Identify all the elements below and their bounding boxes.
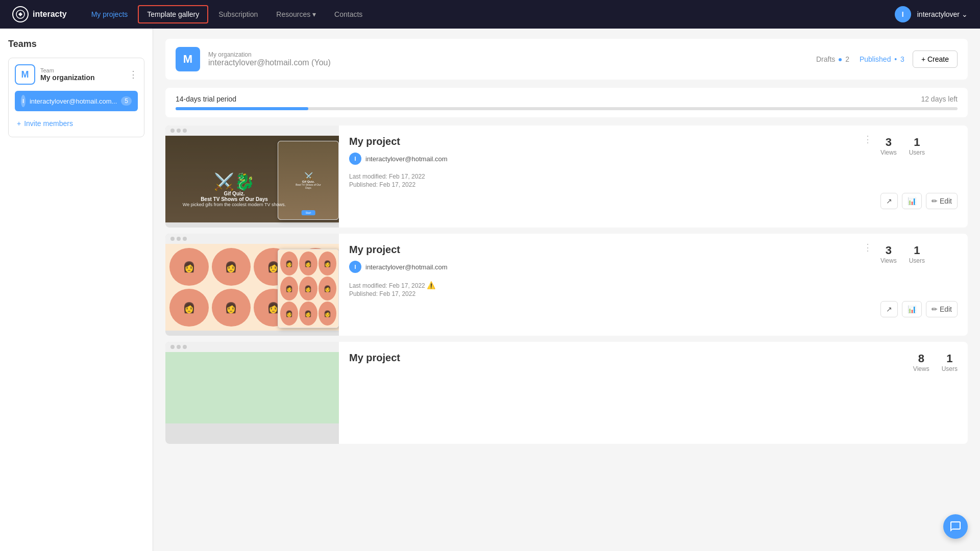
views-stat-3: 8 Views <box>913 352 929 372</box>
nav-links: My projects Template gallery Subscriptio… <box>83 5 895 23</box>
project-stats-3: 8 Views 1 Users <box>913 342 968 372</box>
project-menu-icon-2[interactable]: ⋮ <box>863 242 872 253</box>
edit-button[interactable]: ✏ Edit <box>926 193 958 209</box>
author-avatar-2: I <box>349 261 361 273</box>
invite-members-button[interactable]: + Invite members <box>15 116 138 131</box>
user-avatar: I <box>895 6 911 22</box>
org-info: My organization interactylover@hotmail.c… <box>208 51 808 67</box>
users-stat-3: 1 Users <box>942 352 958 372</box>
views-count-2: 3 <box>880 244 897 257</box>
team-name: My organization <box>40 73 95 82</box>
stats-button[interactable]: 📊 <box>902 193 922 209</box>
project-title: My project <box>349 136 870 147</box>
views-count-3: 8 <box>913 352 929 365</box>
trial-label: 14-days trial period <box>176 95 236 103</box>
views-count: 3 <box>880 136 897 149</box>
thumb-dot-8 <box>177 345 181 349</box>
create-button[interactable]: + Create <box>913 51 958 68</box>
sidebar-title: Teams <box>8 39 144 49</box>
external-link-icon: ↗ <box>886 197 892 205</box>
illus-6: 👩 <box>212 289 251 327</box>
drafts-dot <box>839 58 842 61</box>
team-name-block: Team My organization <box>40 67 95 82</box>
project-author-2: I interactylover@hotmail.com <box>349 261 870 273</box>
nav-contacts[interactable]: Contacts <box>326 6 371 22</box>
team-menu-icon[interactable]: ⋮ <box>129 69 138 80</box>
thumbnail-bar-2 <box>165 234 339 244</box>
external-link-icon-2: ↗ <box>886 305 892 313</box>
users-label-3: Users <box>942 365 958 372</box>
team-avatar: M <box>15 64 35 85</box>
nav-my-projects[interactable]: My projects <box>83 6 136 22</box>
pencil-icon: ✏ <box>932 197 938 205</box>
users-count: 1 <box>909 136 925 149</box>
org-email: interactylover@hotmail.com (You) <box>208 58 808 67</box>
nav-right: I interactylover ⌄ <box>895 6 968 22</box>
navbar: interacty My projects Template gallery S… <box>0 0 980 29</box>
member-count: 5 <box>121 96 132 106</box>
illus-2: 👩 <box>212 248 251 286</box>
thumb-subtitle-1: Best TV Shows of Our Days <box>170 196 298 202</box>
stats-button-2[interactable]: 📊 <box>902 301 922 317</box>
nav-template-gallery[interactable]: Template gallery <box>138 5 208 23</box>
thumb-desc-1: We picked gifs from the coolest modern T… <box>170 202 298 207</box>
drafts-label: Drafts <box>816 55 835 63</box>
project-right: 3 Views 1 Users ↗ 📊 ✏ <box>880 126 968 228</box>
published-date: Published: Feb 17, 2022 <box>349 181 870 188</box>
project-menu-icon[interactable]: ⋮ <box>863 134 872 145</box>
published-date-2: Published: Feb 17, 2022 <box>349 290 870 297</box>
nav-subscription[interactable]: Subscription <box>210 6 266 22</box>
author-email-2: interactylover@hotmail.com <box>365 263 448 271</box>
project-dates: Last modified: Feb 17, 2022 Published: F… <box>349 173 870 188</box>
thumb-dot-4 <box>170 237 175 241</box>
thumb-dot-3 <box>183 129 187 133</box>
thumb-dot-7 <box>170 345 175 349</box>
external-link-button[interactable]: ↗ <box>880 193 898 209</box>
trial-bar <box>176 107 958 110</box>
chat-bubble-button[interactable] <box>943 514 968 539</box>
thumb-dot-6 <box>183 237 187 241</box>
nav-resources[interactable]: Resources ▾ <box>268 6 324 22</box>
project-info-2: ⋮ My project I interactylover@hotmail.co… <box>339 234 880 336</box>
chevron-down-icon: ⌄ <box>962 10 968 18</box>
project-info: ⋮ My project I interactylover@hotmail.co… <box>339 126 880 228</box>
member-button[interactable]: I interactylover@hotmail.com... 5 <box>15 91 138 111</box>
project-card: ⚔️🐉 Gif Quiz. Best TV Shows of Our Days … <box>165 126 968 228</box>
published-link[interactable]: Published • 3 <box>860 55 904 63</box>
author-email: interactylover@hotmail.com <box>365 155 448 163</box>
published-stat[interactable]: Published • 3 <box>860 55 904 63</box>
edit-label: Edit <box>940 197 952 205</box>
edit-button-2[interactable]: ✏ Edit <box>926 301 958 317</box>
chart-icon-2: 📊 <box>908 305 916 313</box>
users-label-2: Users <box>909 257 925 264</box>
logo[interactable]: interacty <box>12 6 67 22</box>
views-label-3: Views <box>913 365 929 372</box>
thumb-dot-1 <box>170 129 175 133</box>
users-count-3: 1 <box>942 352 958 365</box>
project-right-2: 3 Views 1 Users ↗ 📊 ✏ <box>880 234 968 336</box>
users-label: Users <box>909 149 925 156</box>
illus-1: 👩 <box>169 248 209 286</box>
external-link-button-2[interactable]: ↗ <box>880 301 898 317</box>
username-text: interactylover <box>917 10 960 18</box>
project-card: 👩 👩 👩 👩 👩 👩 👩 👩 👩 👩 <box>165 234 968 336</box>
org-header: M My organization interactylover@hotmail… <box>165 39 968 80</box>
member-avatar: I <box>21 95 26 107</box>
invite-label: Invite members <box>24 119 73 128</box>
org-name: My organization <box>208 51 808 58</box>
project-thumbnail: ⚔️🐉 Gif Quiz. Best TV Shows of Our Days … <box>165 126 339 228</box>
project-thumbnail-3 <box>165 342 339 444</box>
username-dropdown[interactable]: interactylover ⌄ <box>917 10 968 18</box>
logo-text: interacty <box>33 10 67 19</box>
views-label: Views <box>880 149 897 156</box>
logo-icon <box>12 6 29 22</box>
users-stat: 1 Users <box>909 136 925 156</box>
trial-progress <box>176 107 308 110</box>
last-modified-2: Last modified: Feb 17, 2022 ⚠️ <box>349 281 870 289</box>
thumb-third <box>165 352 339 423</box>
thumb-title-1: Gif Quiz. <box>170 191 298 196</box>
you-label: (You) <box>311 58 331 67</box>
plus-icon: + <box>17 119 21 128</box>
illus-5: 👩 <box>169 289 209 327</box>
thumbnail-bar <box>165 126 339 136</box>
